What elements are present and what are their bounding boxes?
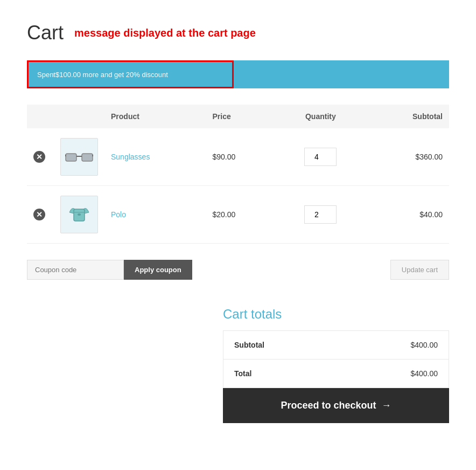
- coupon-row: Apply coupon Update cart: [27, 254, 449, 285]
- table-row: ✕ Polo $20.00: [27, 186, 449, 244]
- product-subtotal: $360.00: [365, 128, 450, 186]
- coupon-input[interactable]: [27, 260, 124, 280]
- apply-coupon-button[interactable]: Apply coupon: [124, 260, 192, 280]
- cart-table-body: ✕ Sunglasses $90.00: [27, 128, 449, 244]
- col-subtotal: Subtotal: [365, 105, 450, 128]
- product-price: $20.00: [206, 186, 277, 244]
- product-thumbnail: [60, 196, 98, 233]
- header-message: message displayed at the cart page: [74, 27, 256, 39]
- col-price: Price: [206, 105, 277, 128]
- quantity-input[interactable]: [304, 205, 337, 224]
- remove-item-button[interactable]: ✕: [33, 209, 45, 220]
- cart-totals-box: Subtotal $400.00 Total $400.00: [223, 330, 449, 388]
- total-label: Total: [234, 369, 251, 378]
- checkout-arrow-icon: →: [382, 400, 391, 411]
- svg-rect-0: [66, 154, 76, 161]
- subtotal-label: Subtotal: [234, 341, 264, 349]
- cart-page: Cart message displayed at the cart page …: [0, 0, 476, 445]
- total-value: $400.00: [410, 369, 438, 378]
- update-cart-button[interactable]: Update cart: [390, 260, 449, 280]
- remove-icon: ✕: [33, 209, 45, 220]
- product-subtotal: $40.00: [365, 186, 450, 244]
- col-quantity: Quantity: [276, 105, 365, 128]
- svg-line-4: [93, 155, 93, 156]
- coupon-left: Apply coupon: [27, 260, 192, 280]
- table-row: ✕ Sunglasses $90.00: [27, 128, 449, 186]
- cart-totals-section: Cart totals Subtotal $400.00 Total $400.…: [223, 307, 449, 423]
- cart-totals-title: Cart totals: [223, 307, 449, 322]
- progress-bar-fill: Spent$100.00 more and get 20% discount: [27, 60, 234, 88]
- svg-rect-1: [82, 154, 93, 161]
- page-title: Cart: [27, 22, 64, 44]
- checkout-label: Proceed to checkout: [281, 400, 376, 411]
- page-header: Cart message displayed at the cart page: [27, 22, 449, 44]
- product-thumbnail: [60, 138, 98, 176]
- progress-bar-message: Spent$100.00 more and get 20% discount: [37, 71, 168, 79]
- total-row: Total $400.00: [223, 360, 449, 388]
- progress-bar-container: Spent$100.00 more and get 20% discount: [27, 60, 449, 88]
- product-link[interactable]: Sunglasses: [111, 153, 150, 161]
- svg-point-7: [78, 213, 81, 216]
- col-product: Product: [104, 105, 206, 128]
- product-link[interactable]: Polo: [111, 210, 126, 219]
- subtotal-value: $400.00: [410, 341, 438, 349]
- svg-line-3: [65, 155, 66, 156]
- product-price: $90.00: [206, 128, 277, 186]
- cart-table: Product Price Quantity Subtotal ✕: [27, 105, 449, 244]
- subtotal-row: Subtotal $400.00: [223, 331, 449, 360]
- cart-table-head: Product Price Quantity Subtotal: [27, 105, 449, 128]
- remove-item-button[interactable]: ✕: [33, 151, 45, 163]
- quantity-input[interactable]: [304, 148, 337, 166]
- proceed-to-checkout-button[interactable]: Proceed to checkout →: [223, 388, 449, 423]
- remove-icon: ✕: [33, 151, 45, 163]
